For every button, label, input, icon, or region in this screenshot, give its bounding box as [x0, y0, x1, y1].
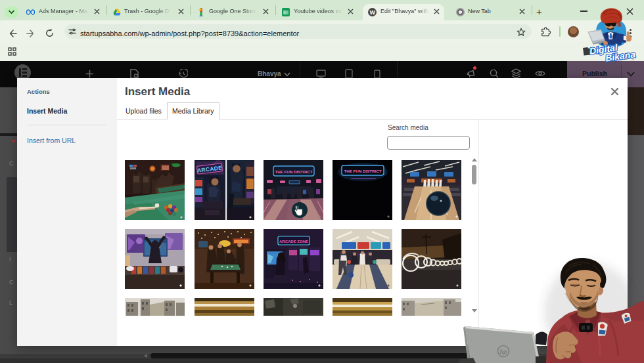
svg-text:hp: hp [500, 349, 507, 355]
svg-text:THE FUN DISTRICT: THE FUN DISTRICT [344, 169, 381, 173]
svg-text:ARCADE ZONE: ARCADE ZONE [279, 240, 308, 244]
svg-text:.s: .s [630, 56, 633, 61]
svg-text:THE FUN DISTRICT: THE FUN DISTRICT [275, 169, 312, 174]
